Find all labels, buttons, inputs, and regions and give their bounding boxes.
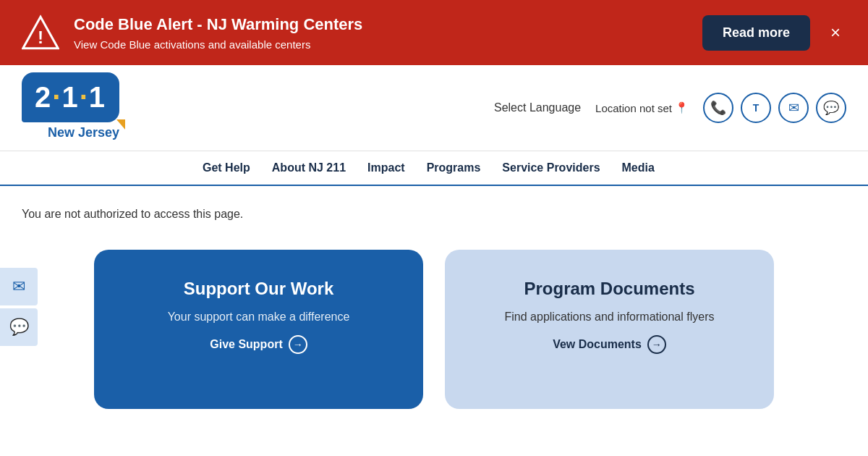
float-sidebar: ✉ 💬: [0, 268, 38, 349]
chat-icon: 💬: [823, 100, 839, 116]
support-card-desc: Your support can make a difference: [168, 311, 350, 324]
navigation: Get Help About NJ 211 Impact Programs Se…: [0, 151, 868, 186]
main-content: You are not authorized to access this pa…: [0, 186, 868, 431]
give-support-arrow: →: [289, 335, 307, 354]
header-icons: 📞 T ✉ 💬: [703, 93, 846, 123]
tty-icon: T: [753, 102, 760, 114]
alert-title: Code Blue Alert - NJ Warming Centers: [74, 15, 688, 34]
auth-message: You are not authorized to access this pa…: [22, 208, 846, 221]
nav-about[interactable]: About NJ 211: [272, 151, 346, 185]
logo-badge[interactable]: 2·1·1: [22, 72, 119, 122]
nav-service-providers[interactable]: Service Providers: [502, 151, 600, 185]
give-support-label: Give Support: [210, 338, 282, 351]
svg-text:!: !: [38, 28, 43, 47]
tty-button[interactable]: T: [741, 93, 771, 123]
header-right: Select Language Location not set 📍 📞 T ✉…: [494, 93, 846, 123]
location-label: Location not set: [595, 102, 672, 114]
logo-number: 2·1·1: [35, 81, 106, 113]
chat-button[interactable]: 💬: [816, 93, 846, 123]
give-support-link[interactable]: Give Support →: [210, 335, 307, 354]
nav-programs[interactable]: Programs: [427, 151, 481, 185]
float-chat-button[interactable]: 💬: [0, 308, 38, 346]
documents-card-desc: Find applications and informational flye…: [505, 311, 715, 324]
close-alert-button[interactable]: ×: [825, 21, 846, 44]
read-more-button[interactable]: Read more: [702, 15, 810, 51]
phone-button[interactable]: 📞: [703, 93, 733, 123]
documents-card-title: Program Documents: [524, 279, 694, 299]
support-card-title: Support Our Work: [184, 279, 334, 299]
email-icon: ✉: [788, 100, 799, 116]
nav-impact[interactable]: Impact: [367, 151, 405, 185]
alert-icon: !: [22, 14, 59, 51]
float-email-icon: ✉: [12, 277, 25, 296]
view-documents-link[interactable]: Vew Documents →: [553, 335, 666, 354]
logo-state: New Jersey: [48, 125, 119, 143]
alert-banner: ! Code Blue Alert - NJ Warming Centers V…: [0, 0, 868, 65]
phone-icon: 📞: [710, 100, 726, 116]
view-documents-arrow: →: [647, 335, 666, 354]
header: 2·1·1 New Jersey Select Language Locatio…: [0, 65, 868, 151]
language-selector[interactable]: Select Language: [494, 101, 581, 114]
logo-area: 2·1·1 New Jersey: [22, 72, 119, 143]
nav-media[interactable]: Media: [622, 151, 655, 185]
cards-row: Support Our Work Your support can make a…: [22, 250, 846, 409]
email-button[interactable]: ✉: [778, 93, 809, 123]
location-display[interactable]: Location not set 📍: [595, 101, 689, 114]
float-chat-icon: 💬: [9, 318, 29, 337]
nav-get-help[interactable]: Get Help: [203, 151, 250, 185]
select-language-label: Select Language: [494, 101, 581, 114]
alert-subtitle: View Code Blue activations and available…: [74, 38, 688, 51]
support-card: Support Our Work Your support can make a…: [94, 250, 423, 409]
alert-text-block: Code Blue Alert - NJ Warming Centers Vie…: [74, 15, 688, 51]
location-icon: 📍: [675, 101, 689, 114]
view-documents-label: Vew Documents: [553, 338, 642, 351]
documents-card: Program Documents Find applications and …: [445, 250, 774, 409]
float-email-button[interactable]: ✉: [0, 268, 38, 305]
